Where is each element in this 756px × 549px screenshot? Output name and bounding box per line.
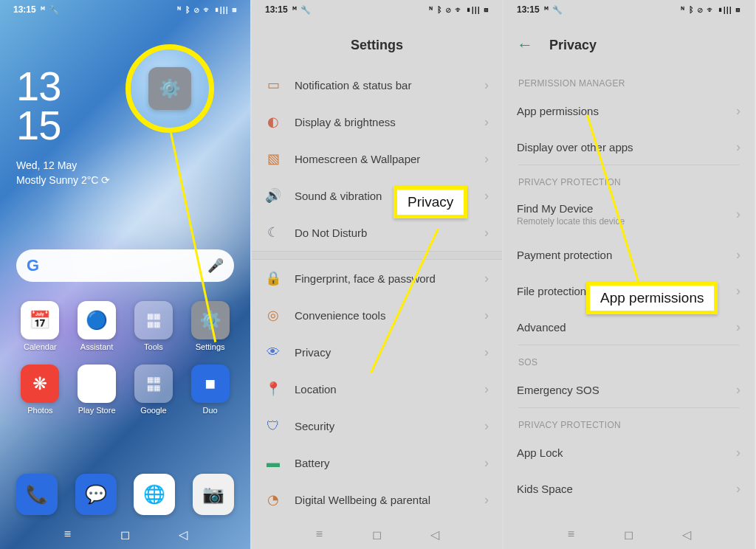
photos-icon: ❋ [21,365,59,403]
row-app-lock[interactable]: App Lock › [504,435,754,471]
app-label: Photos [27,406,52,415]
app-label: Settings [196,342,225,351]
row-battery[interactable]: ▬ Battery › [252,444,502,481]
row-label: Homescreen & Wallpaper [295,153,471,165]
status-icons-left: ᴹ 🔧 [41,5,60,15]
row-label: Kids Space [517,483,723,495]
app-label: Google [140,406,166,415]
row-label: Emergency SOS [517,384,723,396]
clock-hour: 13 [16,66,61,106]
status-icons-left: ᴹ 🔧 [292,5,312,15]
chevron-right-icon: › [736,481,740,497]
privacy-icon: 👁 [265,344,281,360]
status-icons-right: ᴺ ᛒ ⊘ ᯤ ▮||| ▣ [177,5,237,15]
row-label: Do Not Disturb [295,227,471,239]
row-app-permissions[interactable]: App permissions › [504,93,754,129]
nav-menu-icon[interactable]: ≡ [61,529,75,539]
tools-icon: ◎ [265,307,281,323]
nav-home-icon[interactable]: ◻ [119,529,132,539]
chrome-icon[interactable]: 🌐 [134,474,175,515]
app-photos[interactable]: ❋ Photos [16,365,64,415]
row-find-my-device[interactable]: Find My Device Remotely locate this devi… [504,192,754,237]
app-google-folder[interactable]: ▦▦▦▦ Google [130,365,178,415]
nav-menu-icon[interactable]: ≡ [565,529,578,539]
row-display-over-apps[interactable]: Display over other apps › [504,129,754,165]
app-assistant[interactable]: 🔵 Assistant [73,301,121,351]
brightness-icon: ◐ [265,114,281,130]
chevron-right-icon: › [484,308,489,323]
nav-back-icon[interactable]: ◁ [176,529,190,539]
callout-text: Privacy [408,194,453,210]
status-icons-right: ᴺ ᛒ ⊘ ᯤ ▮||| ▣ [429,5,489,15]
chevron-right-icon: › [484,345,489,360]
chevron-right-icon: › [736,445,740,460]
nav-back-icon[interactable]: ◁ [428,529,441,539]
app-label: Duo [203,406,218,415]
chevron-right-icon: › [484,418,489,434]
row-notification-status-bar[interactable]: ▭ Notification & status bar › [252,66,502,103]
nav-home-icon[interactable]: ◻ [371,529,384,539]
row-privacy[interactable]: 👁 Privacy › [252,334,502,370]
nav-back-icon[interactable]: ◁ [680,529,693,539]
chevron-right-icon: › [736,320,740,335]
chevron-right-icon: › [484,492,489,508]
row-convenience-tools[interactable]: ◎ Convenience tools › [252,297,502,334]
app-playstore[interactable]: ▶ Play Store [73,365,121,415]
row-label: Advanced [517,321,723,334]
app-label: Tools [144,342,163,351]
home-app-grid: 📅 Calendar 🔵 Assistant ▦▦▦▦ Tools ⚙️ Set… [16,301,234,415]
section-privacy-protection: PRIVACY PROTECTION [504,165,754,192]
system-nav-bar: ≡ ◻ ◁ [504,519,754,549]
chevron-right-icon: › [736,103,740,119]
row-kids-space[interactable]: Kids Space › [504,471,754,507]
callout-text: App permissions [600,290,704,305]
status-time: 13:15 [265,4,288,15]
app-calendar[interactable]: 📅 Calendar [16,301,64,351]
camera-icon[interactable]: 📷 [193,474,234,515]
page-title: Settings [351,38,403,53]
row-advanced[interactable]: Advanced › [504,309,754,345]
status-bar: 13:15 ᴹ 🔧 ᴺ ᛒ ⊘ ᯤ ▮||| ▣ [252,0,502,19]
status-bar: 13:15 ᴹ 🔧 ᴺ ᛒ ⊘ ᯤ ▮||| ▣ [504,0,754,19]
app-tools-folder[interactable]: ▦▦▦▦ Tools [130,301,178,351]
row-label: Display over other apps [517,141,723,153]
row-display-brightness[interactable]: ◐ Display & brightness › [252,103,502,140]
nav-home-icon[interactable]: ◻ [622,529,636,539]
home-screen-panel: 13:15 ᴹ 🔧 ᴺ ᛒ ⊘ ᯤ ▮||| ▣ 13 15 Wed, 12 M… [0,0,252,549]
notification-icon: ▭ [265,77,281,93]
phone-icon[interactable]: 📞 [16,474,58,515]
home-date[interactable]: Wed, 12 May [16,159,77,171]
section-privacy-protection-2: PRIVACY PROTECTION [504,408,754,435]
status-time: 13:15 [517,4,540,15]
app-settings[interactable]: ⚙️ Settings [186,301,234,351]
row-emergency-sos[interactable]: Emergency SOS › [504,372,754,408]
battery-icon: ▬ [265,455,281,471]
row-homescreen-wallpaper[interactable]: ▧ Homescreen & Wallpaper › [252,140,502,177]
status-icons-right: ᴺ ᛒ ⊘ ᯤ ▮||| ▣ [681,5,740,15]
row-location[interactable]: 📍 Location › [252,370,502,407]
system-nav-bar: ≡ ◻ ◁ [0,519,250,549]
status-time: 13:15 [13,4,36,15]
home-clock[interactable]: 13 15 [16,66,61,145]
mic-icon[interactable]: 🎤 [207,258,224,274]
settings-list[interactable]: ▭ Notification & status bar › ◐ Display … [252,66,502,518]
chevron-right-icon: › [736,207,740,222]
moon-icon: ☾ [265,224,281,241]
section-sos: SOS [504,345,754,372]
privacy-panel: 13:15 ᴹ 🔧 ᴺ ᛒ ⊘ ᯤ ▮||| ▣ ← Privacy PERMI… [504,0,755,549]
row-digital-wellbeing[interactable]: ◔ Digital Wellbeing & parental › [252,481,502,518]
home-weather[interactable]: Mostly Sunny 2°C ⟳ [16,174,110,186]
chevron-right-icon: › [484,188,489,204]
nav-menu-icon[interactable]: ≡ [313,529,326,539]
lock-icon: 🔒 [265,270,281,286]
messages-icon[interactable]: 💬 [75,474,117,515]
folder-icon: ▦▦▦▦ [134,365,173,403]
settings-panel: 13:15 ᴹ 🔧 ᴺ ᛒ ⊘ ᯤ ▮||| ▣ Settings ▭ Noti… [252,0,504,549]
row-security[interactable]: 🛡 Security › [252,407,502,444]
row-label: App Lock [517,446,723,459]
row-fingerprint-face-password[interactable]: 🔒 Fingerprint, face & password › [252,260,502,297]
row-do-not-disturb[interactable]: ☾ Do Not Disturb › [252,214,502,251]
app-duo[interactable]: ■ Duo [186,365,234,415]
row-label: Convenience tools [295,309,471,322]
back-arrow-icon[interactable]: ← [517,35,533,55]
